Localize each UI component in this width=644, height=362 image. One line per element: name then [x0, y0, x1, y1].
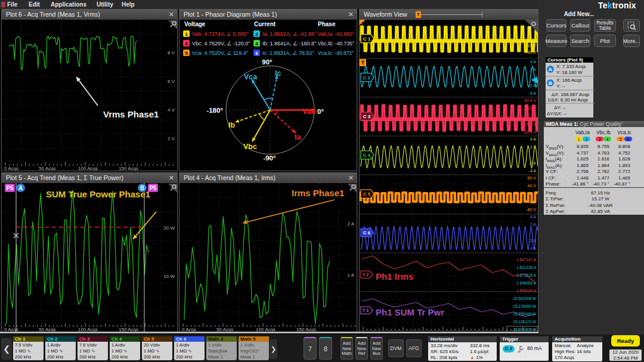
- svg-text:-90°: -90°: [263, 154, 276, 162]
- svg-text:Freq:: Freq:: [546, 190, 557, 196]
- svg-text:1.448: 1.448: [577, 175, 589, 181]
- svg-text:-80 V: -80 V: [526, 208, 536, 212]
- svg-text:Σ ApPwr:: Σ ApPwr:: [546, 209, 565, 214]
- svg-text:1: 1: [185, 32, 188, 37]
- svg-text:T 3: T 3: [363, 308, 369, 313]
- svg-text:15.008105 W: 15.008105 W: [513, 327, 537, 332]
- svg-text:Ia: 1.8652A, ∠ -41.86°: Ia: 1.8652A, ∠ -41.86°: [262, 31, 317, 37]
- svg-text:0 Acqs: 0 Acqs: [4, 166, 18, 171]
- svg-text:15.255948 W: 15.255948 W: [513, 312, 537, 316]
- svg-text:4.752: 4.752: [618, 150, 631, 156]
- svg-text:4.737: 4.737: [577, 150, 589, 156]
- svg-text:2 A: 2 A: [530, 145, 536, 149]
- svg-text:Vca: Vca: [244, 73, 258, 81]
- svg-text:P5: P5: [6, 185, 14, 191]
- svg-text:-15 V: -15 V: [526, 44, 536, 48]
- svg-text:6: 6: [627, 137, 630, 141]
- svg-text:5: 5: [185, 51, 188, 56]
- svg-text:Voltage: Voltage: [184, 21, 206, 27]
- svg-text:A: A: [549, 67, 552, 72]
- svg-text:-30 V: -30 V: [526, 50, 536, 54]
- svg-text:15.126121 W: 15.126121 W: [513, 320, 537, 324]
- svg-text:Vab,Ia: -41.860°: Vab,Ia: -41.860°: [318, 31, 354, 37]
- svg-text:8.835: 8.835: [577, 144, 589, 149]
- svg-text:I CF:: I CF:: [546, 175, 556, 181]
- svg-text:0°: 0°: [317, 108, 324, 115]
- svg-text:80 V: 80 V: [528, 176, 537, 180]
- svg-text:6: 6: [255, 51, 258, 56]
- svg-text:-4 A: -4 A: [529, 246, 537, 250]
- svg-text:10 W: 10 W: [163, 274, 175, 279]
- svg-text:1.864: 1.864: [597, 163, 610, 168]
- svg-text:X: 166 Acqs: X: 166 Acqs: [556, 78, 582, 83]
- svg-text:4: 4: [255, 41, 258, 47]
- svg-text:100 Acqs: 100 Acqs: [78, 166, 98, 171]
- svg-text:Ib: 1.8641A, ∠ -160.8°: Ib: 1.8641A, ∠ -160.8°: [262, 41, 317, 47]
- svg-text:P5: P5: [149, 185, 157, 191]
- svg-text:1.865: 1.865: [577, 163, 589, 168]
- svg-text:1.465: 1.465: [618, 175, 631, 181]
- svg-text:4 A: 4 A: [530, 137, 536, 141]
- svg-text:1.646062 A: 1.646062 A: [516, 281, 537, 285]
- svg-text:1.628: 1.628: [618, 156, 631, 162]
- svg-text:-30.4 V: -30.4 V: [522, 130, 536, 134]
- svg-text:ΔX: 158.667 Acqs: ΔX: 158.667 Acqs: [552, 92, 590, 97]
- svg-text:2 V: 2 V: [168, 136, 175, 141]
- svg-text:Vbc,Ib: -40.735°: Vbc,Ib: -40.735°: [318, 41, 354, 47]
- svg-text:2.756: 2.756: [577, 169, 589, 174]
- svg-text:Ib: Ib: [228, 121, 235, 129]
- svg-text:Phase: Phase: [318, 21, 336, 27]
- svg-text:Vbc: Vbc: [243, 143, 257, 151]
- svg-text:-2 A: -2 A: [529, 239, 537, 243]
- svg-text:2.772: 2.772: [618, 169, 631, 174]
- svg-text:B: B: [140, 185, 144, 191]
- svg-text:C 6: C 6: [363, 230, 371, 236]
- svg-text:1.621228 A: 1.621228 A: [516, 265, 537, 270]
- svg-text:ΔY/ΔX: --: ΔY/ΔX: --: [547, 111, 567, 116]
- svg-text:3: 3: [185, 41, 188, 47]
- svg-text:15.278990 W: 15.278990 W: [513, 304, 537, 308]
- svg-text:-180°: -180°: [206, 107, 223, 114]
- svg-text:40 V: 40 V: [528, 184, 537, 188]
- svg-text:X: 7.333 Acqs: X: 7.333 Acqs: [556, 64, 586, 69]
- svg-text:-40.87 °: -40.87 °: [614, 181, 630, 187]
- svg-text:8.808: 8.808: [618, 144, 631, 149]
- svg-text:-2 A: -2 A: [529, 161, 537, 165]
- svg-text:T 2: T 2: [363, 273, 369, 277]
- svg-text:Vbc,Ib: Vbc,Ib: [596, 129, 611, 135]
- svg-text:2 A: 2 A: [347, 221, 354, 227]
- svg-text:A: A: [18, 185, 23, 191]
- svg-text:4.763: 4.763: [597, 150, 610, 156]
- svg-text:1/ΔX: 6.30 m/ Acqs: 1/ΔX: 6.30 m/ Acqs: [547, 97, 588, 103]
- svg-text:1.477: 1.477: [597, 175, 610, 181]
- svg-text:Ic: Ic: [275, 69, 281, 78]
- svg-text:15.502006 W: 15.502006 W: [513, 296, 537, 301]
- svg-text:IRMS(A):: IRMS(A):: [546, 156, 562, 163]
- svg-text:1.893: 1.893: [618, 163, 631, 168]
- svg-text:Ia: Ia: [295, 133, 301, 141]
- svg-text:Vca,Ic: -40.872°: Vca,Ic: -40.872°: [318, 50, 354, 56]
- svg-text:Ph1 SUM Tr Pwr: Ph1 SUM Tr Pwr: [376, 307, 444, 317]
- svg-text:8.755: 8.755: [597, 144, 610, 149]
- svg-text:2 A: 2 A: [530, 222, 536, 227]
- svg-text:Current: Current: [254, 21, 276, 27]
- svg-text:Vbc: 4.7629V, ∠ -120.0°: Vbc: 4.7629V, ∠ -120.0°: [192, 41, 250, 47]
- svg-text:1 A: 1 A: [347, 273, 354, 278]
- svg-text:1.590024 A: 1.590024 A: [516, 289, 537, 293]
- svg-text:Phase:: Phase:: [546, 181, 561, 187]
- svg-text:1.616: 1.616: [597, 156, 610, 162]
- svg-text:2: 2: [586, 137, 588, 141]
- svg-text:6 V: 6 V: [168, 79, 175, 84]
- svg-text:Vab: 4.7374V, ∠ 0.000°: Vab: 4.7374V, ∠ 0.000°: [192, 31, 249, 37]
- svg-text:15.2 V: 15.2 V: [524, 106, 537, 110]
- svg-text:Vab,Ia: Vab,Ia: [575, 129, 590, 135]
- svg-text:2 A: 2 A: [530, 67, 536, 72]
- svg-text:4 V: 4 V: [168, 107, 175, 113]
- svg-text:C 1: C 1: [363, 36, 371, 42]
- svg-text:20 W: 20 W: [163, 225, 175, 231]
- svg-text:Ph1 Irms: Ph1 Irms: [376, 271, 413, 281]
- svg-text:C 3: C 3: [363, 114, 371, 119]
- svg-text:Y: --: Y: --: [556, 83, 565, 89]
- svg-text:-2 A: -2 A: [529, 83, 537, 88]
- svg-text:IMAG(A):: IMAG(A):: [546, 163, 563, 169]
